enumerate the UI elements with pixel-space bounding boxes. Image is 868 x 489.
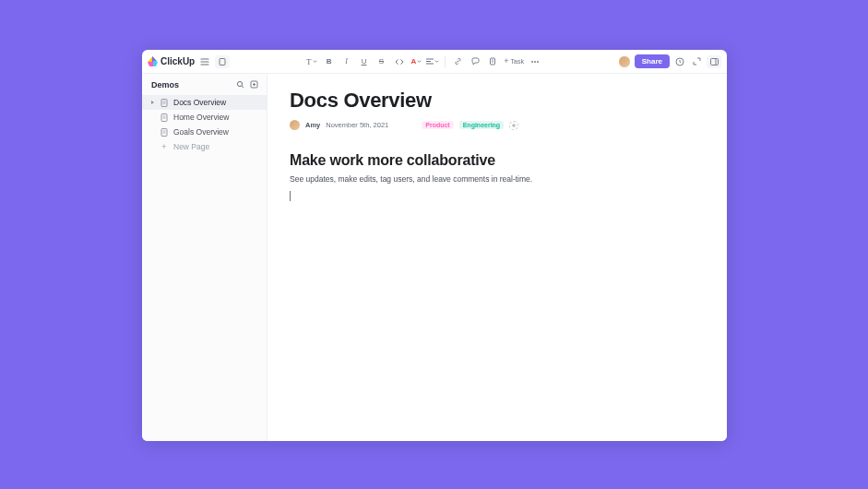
svg-rect-10 bbox=[161, 113, 167, 121]
hamburger-icon bbox=[200, 58, 209, 66]
sidebar-title: Demos bbox=[151, 80, 179, 89]
sidebar-header: Demos bbox=[142, 74, 267, 95]
expand-button[interactable] bbox=[690, 55, 703, 68]
strikethrough-button[interactable]: S bbox=[375, 55, 388, 68]
more-button[interactable] bbox=[529, 55, 541, 68]
text-cursor bbox=[290, 191, 291, 201]
sidebar-search-button[interactable] bbox=[235, 79, 245, 89]
svg-rect-11 bbox=[161, 128, 167, 136]
logo-icon bbox=[148, 56, 158, 66]
add-task-button[interactable]: + Task bbox=[504, 57, 524, 66]
menu-toggle-button[interactable] bbox=[198, 55, 211, 68]
page-mode-button[interactable] bbox=[215, 55, 230, 68]
text-color-icon: A bbox=[411, 57, 417, 66]
history-button[interactable] bbox=[673, 55, 686, 68]
add-tag-button[interactable] bbox=[509, 121, 518, 130]
sidebar: Demos Doc bbox=[142, 74, 268, 441]
panel-icon bbox=[710, 58, 719, 66]
chevron-down-icon bbox=[434, 59, 439, 64]
brand-logo[interactable]: ClickUp bbox=[148, 56, 195, 66]
text-style-label: T bbox=[306, 57, 312, 66]
body-paragraph[interactable]: See updates, make edits, tag users, and … bbox=[290, 174, 705, 184]
expand-icon bbox=[693, 57, 701, 66]
sidebar-item-label: Goals Overview bbox=[173, 127, 229, 137]
page-icon bbox=[219, 58, 226, 66]
attachment-button[interactable] bbox=[486, 55, 499, 68]
doc-icon bbox=[160, 128, 169, 137]
doc-icon bbox=[160, 113, 169, 122]
text-style-button[interactable]: T bbox=[306, 55, 317, 68]
chevron-down-icon bbox=[417, 59, 422, 64]
code-icon bbox=[395, 58, 404, 66]
toolbar-divider bbox=[445, 56, 446, 67]
text-color-button[interactable]: A bbox=[411, 55, 422, 68]
align-left-icon bbox=[426, 58, 434, 65]
task-label: Task bbox=[511, 58, 524, 65]
author-avatar[interactable] bbox=[290, 120, 300, 130]
attachment-icon bbox=[489, 57, 496, 66]
sidebar-new-page[interactable]: + New Page bbox=[142, 139, 267, 154]
underline-button[interactable]: U bbox=[358, 55, 371, 68]
sidebar-item-goals-overview[interactable]: Goals Overview bbox=[142, 125, 267, 139]
clock-icon bbox=[675, 57, 684, 66]
topbar: ClickUp T B I U S bbox=[142, 50, 727, 74]
bold-button[interactable]: B bbox=[323, 55, 336, 68]
italic-icon: I bbox=[345, 57, 348, 66]
chevron-down-icon bbox=[313, 59, 317, 64]
italic-button[interactable]: I bbox=[340, 55, 353, 68]
search-icon bbox=[236, 80, 244, 89]
comment-button[interactable] bbox=[469, 55, 482, 68]
comment-icon bbox=[471, 57, 480, 66]
panel-button[interactable] bbox=[707, 55, 721, 68]
link-icon bbox=[454, 57, 462, 66]
caret-icon bbox=[149, 100, 155, 105]
sidebar-item-label: Home Overview bbox=[173, 113, 229, 122]
sidebar-item-label: Docs Overview bbox=[173, 98, 226, 107]
svg-point-7 bbox=[237, 81, 242, 86]
svg-rect-1 bbox=[491, 58, 495, 65]
align-button[interactable] bbox=[426, 55, 439, 68]
svg-rect-9 bbox=[161, 99, 167, 106]
document-editor[interactable]: Docs Overview Amy November 5th, 2021 Pro… bbox=[268, 74, 727, 441]
document-title[interactable]: Docs Overview bbox=[290, 89, 705, 113]
tag-product[interactable]: Product bbox=[422, 121, 453, 129]
svg-point-3 bbox=[534, 61, 536, 63]
svg-rect-6 bbox=[710, 58, 718, 65]
svg-point-4 bbox=[537, 61, 539, 63]
section-heading[interactable]: Make work more collaborative bbox=[290, 152, 705, 169]
sidebar-item-docs-overview[interactable]: Docs Overview bbox=[142, 95, 267, 110]
sidebar-item-label: New Page bbox=[173, 142, 209, 151]
sidebar-add-button[interactable] bbox=[249, 79, 259, 89]
plus-icon: + bbox=[504, 57, 508, 66]
author-name: Amy bbox=[305, 121, 320, 129]
user-avatar[interactable] bbox=[618, 55, 631, 68]
sidebar-list: Docs Overview Home Overview Goals Overvi… bbox=[142, 95, 267, 441]
share-button[interactable]: Share bbox=[635, 54, 670, 68]
document-date: November 5th, 2021 bbox=[326, 121, 388, 129]
svg-rect-0 bbox=[220, 58, 225, 65]
code-button[interactable] bbox=[393, 55, 406, 68]
plus-icon: + bbox=[160, 142, 169, 151]
tag-engineering[interactable]: Engineering bbox=[459, 121, 504, 129]
plus-icon bbox=[511, 123, 517, 128]
underline-icon: U bbox=[362, 57, 367, 66]
svg-point-2 bbox=[531, 61, 533, 63]
strikethrough-icon: S bbox=[379, 57, 384, 66]
app-window: ClickUp T B I U S bbox=[142, 50, 727, 441]
more-horizontal-icon bbox=[530, 60, 540, 64]
link-button[interactable] bbox=[451, 55, 464, 68]
sidebar-item-home-overview[interactable]: Home Overview bbox=[142, 110, 267, 125]
doc-icon bbox=[160, 99, 169, 107]
app-body: Demos Doc bbox=[142, 74, 727, 441]
brand-name: ClickUp bbox=[161, 56, 195, 66]
bold-icon: B bbox=[327, 57, 332, 66]
document-meta: Amy November 5th, 2021 Product Engineeri… bbox=[290, 120, 705, 130]
add-page-icon bbox=[250, 80, 258, 89]
